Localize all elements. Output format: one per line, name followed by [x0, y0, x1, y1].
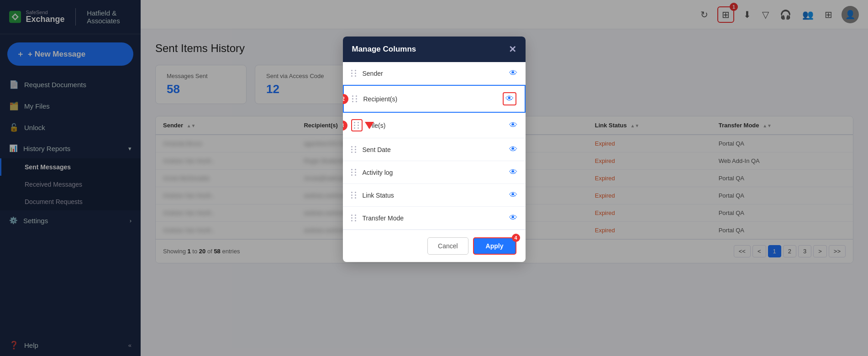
apply-label: Apply [486, 242, 504, 250]
modal-overlay[interactable]: Manage Columns ✕ Sender 👁 2 [0, 0, 868, 356]
col-visibility-recipients[interactable]: 👁 [503, 92, 516, 105]
modal-body: Sender 👁 2 Recipient(s) 👁 3 [343, 62, 526, 230]
col-visibility-activity-log[interactable]: 👁 [509, 168, 517, 177]
col-label-activity-log: Activity log [363, 169, 504, 176]
step-badge-3: 3 [343, 120, 347, 131]
drag-handle-sent-date[interactable] [351, 146, 357, 153]
modal-close-button[interactable]: ✕ [509, 44, 516, 55]
col-row-sender: Sender 👁 [343, 62, 526, 85]
col-visibility-transfer-mode[interactable]: 👁 [509, 213, 517, 223]
col-row-recipients: 2 Recipient(s) 👁 [343, 85, 526, 113]
col-row-sent-date: Sent Date 👁 [343, 138, 526, 161]
drag-handle-recipients[interactable] [352, 95, 358, 102]
apply-button[interactable]: Apply 4 [473, 237, 516, 255]
apply-badge: 4 [512, 234, 520, 242]
col-row-link-status: Link Status 👁 [343, 184, 526, 207]
col-row-files: 3 File(s) 👁 [343, 113, 526, 138]
col-label-files: File(s) [368, 122, 504, 129]
drag-handle-activity-log[interactable] [351, 169, 357, 176]
drag-handle-files[interactable] [351, 119, 363, 131]
col-visibility-sender[interactable]: 👁 [509, 68, 517, 78]
drag-handle-link-status[interactable] [351, 192, 357, 199]
col-row-transfer-mode: Transfer Mode 👁 [343, 207, 526, 230]
drag-handle-transfer-mode[interactable] [351, 215, 357, 221]
col-label-transfer-mode: Transfer Mode [363, 215, 504, 222]
modal-footer: Cancel Apply 4 [343, 230, 526, 262]
modal-title: Manage Columns [352, 45, 416, 54]
modal-header: Manage Columns ✕ [343, 37, 526, 62]
col-label-recipients: Recipient(s) [363, 95, 497, 103]
col-label-sender: Sender [363, 70, 504, 77]
col-visibility-files[interactable]: 👁 [509, 120, 517, 130]
col-visibility-sent-date[interactable]: 👁 [509, 145, 517, 154]
col-label-sent-date: Sent Date [363, 146, 504, 153]
drag-handle-sender[interactable] [351, 70, 357, 77]
col-label-link-status: Link Status [363, 192, 504, 199]
cancel-button[interactable]: Cancel [427, 237, 468, 255]
step-badge-2: 2 [343, 94, 348, 104]
col-visibility-link-status[interactable]: 👁 [509, 190, 517, 200]
col-row-activity-log: Activity log 👁 [343, 161, 526, 184]
manage-columns-modal: Manage Columns ✕ Sender 👁 2 [343, 37, 526, 262]
